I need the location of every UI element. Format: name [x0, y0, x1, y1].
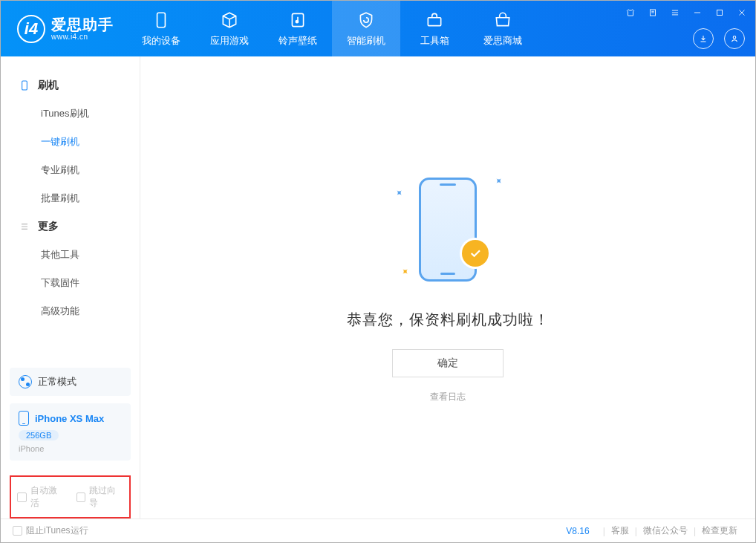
check-badge-icon — [462, 240, 489, 267]
sidebar-item-advanced[interactable]: 高级功能 — [1, 297, 140, 325]
toolbox-icon — [425, 10, 444, 30]
nav-label: 工具箱 — [420, 34, 449, 48]
store-icon — [493, 10, 512, 30]
device-icon — [19, 411, 29, 426]
sidebar-item-pro-flash[interactable]: 专业刷机 — [1, 156, 140, 184]
checkbox-label: 跳过向导 — [89, 484, 123, 510]
sparkle-icon: ✦ — [393, 187, 405, 200]
user-icon[interactable] — [724, 28, 745, 49]
checkbox-label: 自动激活 — [30, 484, 65, 510]
logo-icon: i4 — [17, 15, 45, 43]
refresh-shield-icon — [356, 10, 376, 30]
download-icon[interactable] — [693, 28, 714, 49]
nav-apps-games[interactable]: 应用游戏 — [195, 1, 264, 56]
logo-title: 爱思助手 — [51, 16, 114, 33]
view-log-link[interactable]: 查看日志 — [430, 391, 466, 403]
checkbox-box-icon — [76, 492, 86, 502]
status-bar: 阻止iTunes运行 V8.16 | 客服 | 微信公众号 | 检查更新 — [1, 518, 755, 542]
sparkle-icon: ✦ — [492, 175, 505, 188]
nav-toolbox[interactable]: 工具箱 — [400, 1, 469, 56]
menu-icon[interactable] — [668, 5, 682, 20]
tshirt-icon[interactable] — [623, 5, 638, 20]
logo-subtitle: www.i4.cn — [51, 33, 114, 41]
device-type: iPhone — [19, 444, 122, 453]
footer-link-service[interactable]: 客服 — [605, 524, 635, 537]
sidebar-item-itunes-flash[interactable]: iTunes刷机 — [1, 100, 140, 128]
maximize-icon[interactable] — [712, 5, 727, 20]
svg-rect-3 — [428, 17, 440, 25]
nav-label: 我的设备 — [142, 34, 180, 48]
group-label: 更多 — [38, 220, 59, 233]
svg-rect-5 — [717, 10, 723, 16]
phone-illustration-icon — [419, 178, 477, 282]
footer-link-update[interactable]: 检查更新 — [696, 524, 743, 537]
phone-icon — [151, 10, 171, 30]
checkbox-block-itunes[interactable]: 阻止iTunes运行 — [13, 524, 88, 537]
device-name: iPhone XS Max — [35, 413, 104, 424]
cube-icon — [220, 10, 239, 30]
success-message: 恭喜您，保资料刷机成功啦！ — [347, 310, 550, 330]
checkbox-box-icon — [17, 492, 27, 502]
nav-label: 爱思商城 — [483, 34, 522, 48]
sidebar-item-other-tools[interactable]: 其他工具 — [1, 241, 140, 269]
phone-outline-icon — [19, 79, 30, 91]
list-icon — [19, 221, 30, 233]
mode-icon — [19, 375, 32, 388]
music-icon — [288, 10, 307, 30]
minimize-icon[interactable] — [690, 5, 705, 20]
flash-options-row: 自动激活 跳过向导 — [10, 475, 131, 518]
sidebar-group-flash[interactable]: 刷机 — [1, 71, 140, 100]
checkbox-skip-guide[interactable]: 跳过向导 — [76, 484, 124, 510]
checkbox-auto-activate[interactable]: 自动激活 — [17, 484, 65, 510]
success-illustration: ✦ ✦ ✦ — [400, 172, 496, 290]
checkbox-box-icon — [13, 526, 22, 536]
nav-label: 铃声壁纸 — [278, 34, 317, 48]
nav-store[interactable]: 爱思商城 — [469, 1, 537, 56]
footer-link-wechat[interactable]: 微信公众号 — [637, 524, 694, 537]
sparkle-icon: ✦ — [399, 266, 411, 279]
close-icon[interactable] — [734, 5, 749, 20]
header-actions — [693, 28, 745, 49]
main-content: ✦ ✦ ✦ 恭喜您，保资料刷机成功啦！ 确定 查看日志 — [140, 56, 755, 518]
mode-card[interactable]: 正常模式 — [10, 368, 131, 396]
mode-label: 正常模式 — [38, 375, 76, 388]
nav-my-device[interactable]: 我的设备 — [127, 1, 195, 56]
top-nav: 我的设备 应用游戏 铃声壁纸 智能刷机 工具箱 爱思商城 — [127, 1, 537, 56]
nav-smart-flash[interactable]: 智能刷机 — [332, 1, 400, 56]
svg-point-2 — [296, 20, 298, 22]
nav-label: 应用游戏 — [210, 34, 249, 48]
svg-rect-0 — [157, 13, 166, 27]
sidebar-item-oneclick-flash[interactable]: 一键刷机 — [1, 128, 140, 156]
ok-button[interactable]: 确定 — [392, 349, 504, 377]
group-label: 刷机 — [38, 79, 59, 92]
svg-rect-7 — [22, 81, 27, 90]
sidebar-item-download-firmware[interactable]: 下载固件 — [1, 269, 140, 297]
window-controls — [623, 5, 749, 20]
svg-point-6 — [733, 36, 736, 39]
sidebar: 刷机 iTunes刷机 一键刷机 专业刷机 批量刷机 更多 其他工具 下载固件 … — [1, 56, 140, 518]
sidebar-item-batch-flash[interactable]: 批量刷机 — [1, 184, 140, 212]
note-icon[interactable] — [645, 5, 660, 20]
nav-label: 智能刷机 — [347, 34, 385, 48]
nav-ringtone-wallpaper[interactable]: 铃声壁纸 — [264, 1, 332, 56]
device-card[interactable]: iPhone XS Max 256GB iPhone — [10, 403, 131, 461]
version-label[interactable]: V8.16 — [566, 526, 589, 536]
logo[interactable]: i4 爱思助手 www.i4.cn — [1, 1, 127, 56]
app-header: i4 爱思助手 www.i4.cn 我的设备 应用游戏 铃声壁纸 智能刷机 工具… — [1, 1, 755, 56]
device-capacity-badge: 256GB — [19, 430, 59, 440]
checkbox-label: 阻止iTunes运行 — [26, 524, 88, 537]
sidebar-group-more[interactable]: 更多 — [1, 212, 140, 241]
